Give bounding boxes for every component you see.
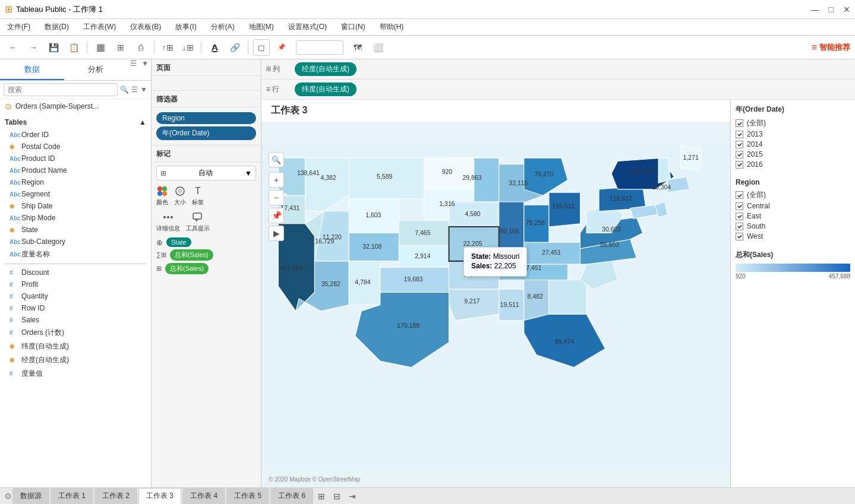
tab-sheet2[interactable]: 工作表 2 xyxy=(94,488,137,504)
state-NM[interactable] xyxy=(349,261,380,305)
state-KS[interactable] xyxy=(399,246,449,268)
field-discount[interactable]: # Discount xyxy=(0,267,151,278)
tab-sheet4[interactable]: 工作表 4 xyxy=(182,488,225,504)
state-MA[interactable] xyxy=(668,177,690,192)
field-profit[interactable]: # Profit xyxy=(0,278,151,290)
checkbox-2016[interactable] xyxy=(736,161,743,169)
close-btn[interactable]: ✕ xyxy=(843,5,850,14)
state-OH[interactable] xyxy=(549,192,580,227)
field-postal-code[interactable]: ⊕ Postal Code xyxy=(0,141,151,153)
toolbar-forward[interactable]: → xyxy=(25,39,42,56)
toolbar-frame[interactable]: ◻ xyxy=(253,39,270,56)
tab-sheet6[interactable]: 工作表 6 xyxy=(270,488,313,504)
checkbox-south[interactable] xyxy=(736,223,743,230)
tab-sheet5[interactable]: 工作表 5 xyxy=(226,488,269,504)
map-container[interactable]: 138,641 17,431 457,688 4,382 16,729 5,58… xyxy=(261,122,730,487)
field-longitude[interactable]: ⊕ 经度(自动生成) xyxy=(0,353,151,367)
state-ND[interactable] xyxy=(424,158,474,189)
state-MT[interactable] xyxy=(349,158,424,198)
field-sales[interactable]: # Sales xyxy=(0,314,151,326)
checkbox-west[interactable] xyxy=(736,233,743,240)
state-NE[interactable] xyxy=(399,220,449,245)
toolbar-screen[interactable]: ⬜ xyxy=(370,39,386,56)
field-sub-category[interactable]: Abc Sub-Category xyxy=(0,236,151,248)
toolbar-rename[interactable]: ⎙ xyxy=(132,39,149,56)
mark-pill-sales-1[interactable]: 总和(Sales) xyxy=(170,249,213,261)
field-measure-names[interactable]: Abc 度量名称 xyxy=(0,248,151,261)
sort-icon[interactable]: ▼ xyxy=(140,85,147,94)
menu-map[interactable]: 地图(M) xyxy=(247,21,276,33)
tab-datasource[interactable]: 数据源 xyxy=(12,488,49,504)
field-ship-date[interactable]: ⊕ Ship Date xyxy=(0,200,151,212)
map-zoom-out[interactable]: − xyxy=(269,190,284,205)
checkbox-all-regions[interactable] xyxy=(736,191,743,199)
toolbar-label[interactable]: A̲ xyxy=(206,39,223,56)
search-input[interactable] xyxy=(4,83,118,96)
toolbar-link[interactable]: 🔗 xyxy=(226,39,243,56)
checkbox-2014[interactable] xyxy=(736,141,743,148)
datasource-name[interactable]: Orders (Sample-Superst... xyxy=(15,102,99,110)
field-measure-values[interactable]: # 度量值 xyxy=(0,367,151,381)
field-segment[interactable]: Abc Segment xyxy=(0,188,151,200)
state-CO[interactable] xyxy=(349,233,399,261)
toolbar-present[interactable]: 📌 xyxy=(273,39,290,56)
checkbox-central[interactable] xyxy=(736,202,743,210)
field-product-id[interactable]: Abc Product ID xyxy=(0,153,151,164)
tab-sheet1[interactable]: 工作表 1 xyxy=(51,488,93,504)
toolbar-sort-asc[interactable]: ↑⊞ xyxy=(159,39,176,56)
smart-recommend[interactable]: ≡ 智能推荐 xyxy=(812,42,850,53)
state-AL[interactable] xyxy=(524,280,549,320)
marks-type-dropdown[interactable]: ⊞ 自动 ▼ xyxy=(156,166,256,180)
state-AR[interactable] xyxy=(449,261,499,289)
field-ship-mode[interactable]: Abc Ship Mode xyxy=(0,212,151,224)
menu-format[interactable]: 设置格式(O) xyxy=(286,21,329,33)
checkbox-2013[interactable] xyxy=(736,131,743,138)
state-WY[interactable] xyxy=(349,199,399,233)
toolbar-duplicate[interactable]: ⊞ xyxy=(112,39,129,56)
toolbar-back[interactable]: ← xyxy=(5,39,21,56)
marks-tooltip-btn[interactable]: 工具提示 xyxy=(186,211,210,233)
filter-year[interactable]: 年(Order Date) xyxy=(156,126,256,140)
toolbar-chart[interactable]: ▦ xyxy=(92,39,109,56)
toolbar-map-layers[interactable]: 🗺 xyxy=(349,39,366,56)
marks-detail-btn[interactable]: 详细信息 xyxy=(156,211,180,233)
map-search-btn[interactable]: 🔍 xyxy=(269,152,284,167)
map-arrow[interactable]: ▶ xyxy=(269,226,284,241)
marks-color-btn[interactable]: 颜色 xyxy=(156,185,168,207)
panel-tab-menu[interactable]: ☰ xyxy=(128,59,139,80)
toolbar-save[interactable]: 💾 xyxy=(45,39,62,56)
map-zoom-in[interactable]: + xyxy=(269,172,284,188)
collapse-dimensions[interactable]: ▲ xyxy=(139,118,146,126)
minimize-btn[interactable]: — xyxy=(811,5,819,14)
state-IA[interactable] xyxy=(449,202,499,227)
field-latitude[interactable]: ⊕ 纬度(自动生成) xyxy=(0,340,151,353)
new-story-icon[interactable]: ⇥ xyxy=(345,489,359,503)
mark-pill-sales-2[interactable]: 总和(Sales) xyxy=(165,263,209,274)
menu-story[interactable]: 故事(I) xyxy=(173,21,198,33)
new-sheet-icon[interactable]: ⊞ xyxy=(314,489,329,503)
menu-worksheet[interactable]: 工作表(W) xyxy=(81,21,118,33)
menu-dashboard[interactable]: 仪表板(B) xyxy=(128,21,163,33)
state-OK[interactable] xyxy=(380,267,449,292)
field-orders-count[interactable]: # Orders (计数) xyxy=(0,326,151,340)
new-dashboard-icon[interactable]: ⊟ xyxy=(330,489,344,503)
field-quantity[interactable]: # Quantity xyxy=(0,290,151,302)
latitude-pill[interactable]: 纬度(自动生成) xyxy=(295,83,356,96)
state-MS[interactable] xyxy=(499,289,524,321)
longitude-pill[interactable]: 经度(自动生成) xyxy=(295,62,356,76)
field-row-id[interactable]: # Row ID xyxy=(0,302,151,314)
tab-sheet3[interactable]: 工作表 3 xyxy=(138,488,181,504)
menu-window[interactable]: 窗口(N) xyxy=(339,21,368,33)
marks-size-btn[interactable]: 大小 xyxy=(174,185,186,207)
panel-tab-dropdown[interactable]: ▼ xyxy=(139,59,151,80)
toolbar-dropdown[interactable] xyxy=(296,40,343,55)
mark-pill-state[interactable]: State xyxy=(166,237,191,247)
state-GA[interactable] xyxy=(549,280,586,314)
toolbar-sort-desc[interactable]: ↓⊞ xyxy=(179,39,196,56)
toolbar-add-datasource[interactable]: 📋 xyxy=(65,39,82,56)
checkbox-2015[interactable] xyxy=(736,151,743,159)
marks-label-btn[interactable]: T 标签 xyxy=(192,185,204,207)
tab-data[interactable]: 数据 xyxy=(0,59,64,80)
state-ME[interactable] xyxy=(680,145,702,170)
state-IN[interactable] xyxy=(524,205,549,242)
